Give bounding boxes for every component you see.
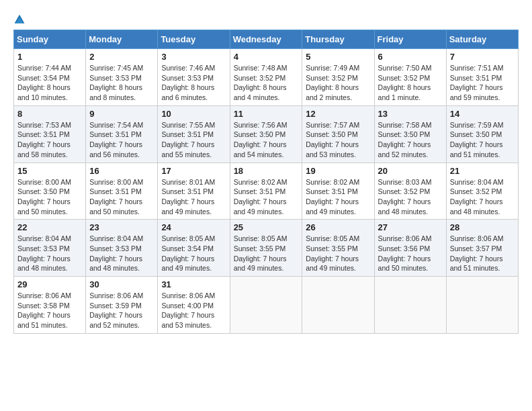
logo-icon <box>13 13 26 26</box>
calendar-header-cell: Sunday <box>14 30 86 49</box>
calendar-day-cell: 22 Sunrise: 8:04 AMSunset: 3:53 PMDaylig… <box>14 220 86 277</box>
day-number: 7 <box>450 52 515 62</box>
page-header <box>13 13 519 26</box>
day-number: 18 <box>234 166 299 176</box>
day-detail: Sunrise: 8:06 AMSunset: 3:59 PMDaylight:… <box>89 291 143 329</box>
calendar-week-row: 22 Sunrise: 8:04 AMSunset: 3:53 PMDaylig… <box>14 220 519 277</box>
day-detail: Sunrise: 7:57 AMSunset: 3:50 PMDaylight:… <box>306 121 359 158</box>
day-number: 28 <box>450 222 515 232</box>
day-detail: Sunrise: 8:03 AMSunset: 3:52 PMDaylight:… <box>378 178 432 216</box>
day-detail: Sunrise: 8:05 AMSunset: 3:55 PMDaylight:… <box>234 234 287 272</box>
day-detail: Sunrise: 7:55 AMSunset: 3:51 PMDaylight:… <box>161 121 215 158</box>
calendar-body: 1 Sunrise: 7:44 AMSunset: 3:54 PMDayligh… <box>14 49 519 334</box>
day-detail: Sunrise: 7:54 AMSunset: 3:51 PMDaylight:… <box>89 121 143 158</box>
day-number: 2 <box>89 52 154 62</box>
calendar-day-cell: 1 Sunrise: 7:44 AMSunset: 3:54 PMDayligh… <box>14 49 86 106</box>
day-detail: Sunrise: 7:48 AMSunset: 3:52 PMDaylight:… <box>234 64 287 101</box>
day-detail: Sunrise: 8:04 AMSunset: 3:53 PMDaylight:… <box>17 234 71 272</box>
calendar-day-cell: 17 Sunrise: 8:01 AMSunset: 3:51 PMDaylig… <box>158 163 230 220</box>
calendar-day-cell: 4 Sunrise: 7:48 AMSunset: 3:52 PMDayligh… <box>230 49 302 106</box>
calendar-header-cell: Wednesday <box>230 30 302 49</box>
day-number: 20 <box>378 166 443 176</box>
calendar-day-cell: 13 Sunrise: 7:58 AMSunset: 3:50 PMDaylig… <box>374 105 446 163</box>
day-number: 21 <box>450 166 515 176</box>
calendar-day-cell <box>230 277 302 334</box>
day-detail: Sunrise: 7:50 AMSunset: 3:52 PMDaylight:… <box>378 64 432 101</box>
calendar-day-cell: 10 Sunrise: 7:55 AMSunset: 3:51 PMDaylig… <box>158 105 230 163</box>
day-detail: Sunrise: 8:04 AMSunset: 3:53 PMDaylight:… <box>89 234 143 272</box>
calendar-day-cell: 15 Sunrise: 8:00 AMSunset: 3:50 PMDaylig… <box>14 163 86 220</box>
day-number: 14 <box>450 109 515 119</box>
day-number: 13 <box>378 109 443 119</box>
day-detail: Sunrise: 8:00 AMSunset: 3:51 PMDaylight:… <box>89 178 143 216</box>
day-detail: Sunrise: 7:44 AMSunset: 3:54 PMDaylight:… <box>17 64 71 101</box>
calendar-day-cell: 20 Sunrise: 8:03 AMSunset: 3:52 PMDaylig… <box>374 163 446 220</box>
calendar-day-cell: 21 Sunrise: 8:04 AMSunset: 3:52 PMDaylig… <box>446 163 518 220</box>
calendar-day-cell: 30 Sunrise: 8:06 AMSunset: 3:59 PMDaylig… <box>86 277 158 334</box>
calendar-day-cell: 3 Sunrise: 7:46 AMSunset: 3:53 PMDayligh… <box>158 49 230 106</box>
day-detail: Sunrise: 8:06 AMSunset: 3:56 PMDaylight:… <box>378 234 432 272</box>
day-number: 23 <box>89 222 154 232</box>
calendar-day-cell <box>374 277 446 334</box>
day-number: 8 <box>17 109 82 119</box>
day-number: 11 <box>234 109 299 119</box>
day-detail: Sunrise: 7:58 AMSunset: 3:50 PMDaylight:… <box>378 121 432 158</box>
day-detail: Sunrise: 7:51 AMSunset: 3:51 PMDaylight:… <box>450 64 504 101</box>
day-number: 6 <box>378 52 443 62</box>
calendar-day-cell: 5 Sunrise: 7:49 AMSunset: 3:52 PMDayligh… <box>302 49 374 106</box>
calendar-day-cell: 8 Sunrise: 7:53 AMSunset: 3:51 PMDayligh… <box>14 105 86 163</box>
day-number: 31 <box>161 279 226 289</box>
calendar-day-cell: 11 Sunrise: 7:56 AMSunset: 3:50 PMDaylig… <box>230 105 302 163</box>
logo <box>13 13 28 26</box>
calendar-day-cell: 16 Sunrise: 8:00 AMSunset: 3:51 PMDaylig… <box>86 163 158 220</box>
day-number: 26 <box>306 222 370 232</box>
calendar-day-cell: 31 Sunrise: 8:06 AMSunset: 4:00 PMDaylig… <box>158 277 230 334</box>
day-detail: Sunrise: 8:05 AMSunset: 3:54 PMDaylight:… <box>161 234 215 272</box>
day-number: 30 <box>89 279 154 289</box>
calendar-week-row: 1 Sunrise: 7:44 AMSunset: 3:54 PMDayligh… <box>14 49 519 106</box>
calendar-day-cell: 19 Sunrise: 8:02 AMSunset: 3:51 PMDaylig… <box>302 163 374 220</box>
calendar-day-cell: 28 Sunrise: 8:06 AMSunset: 3:57 PMDaylig… <box>446 220 518 277</box>
day-detail: Sunrise: 8:06 AMSunset: 4:00 PMDaylight:… <box>161 291 215 329</box>
calendar-day-cell <box>446 277 518 334</box>
calendar-header-cell: Friday <box>374 30 446 49</box>
calendar-table: SundayMondayTuesdayWednesdayThursdayFrid… <box>13 30 519 334</box>
day-number: 19 <box>306 166 370 176</box>
calendar-day-cell: 29 Sunrise: 8:06 AMSunset: 3:58 PMDaylig… <box>14 277 86 334</box>
day-number: 29 <box>17 279 82 289</box>
calendar-header-cell: Monday <box>86 30 158 49</box>
day-number: 9 <box>89 109 154 119</box>
calendar-day-cell: 6 Sunrise: 7:50 AMSunset: 3:52 PMDayligh… <box>374 49 446 106</box>
day-detail: Sunrise: 7:49 AMSunset: 3:52 PMDaylight:… <box>306 64 359 101</box>
day-number: 12 <box>306 109 370 119</box>
calendar-day-cell: 14 Sunrise: 7:59 AMSunset: 3:50 PMDaylig… <box>446 105 518 163</box>
calendar-day-cell: 12 Sunrise: 7:57 AMSunset: 3:50 PMDaylig… <box>302 105 374 163</box>
day-detail: Sunrise: 8:05 AMSunset: 3:55 PMDaylight:… <box>306 234 359 272</box>
calendar-day-cell: 26 Sunrise: 8:05 AMSunset: 3:55 PMDaylig… <box>302 220 374 277</box>
calendar-day-cell: 2 Sunrise: 7:45 AMSunset: 3:53 PMDayligh… <box>86 49 158 106</box>
calendar-day-cell: 9 Sunrise: 7:54 AMSunset: 3:51 PMDayligh… <box>86 105 158 163</box>
day-detail: Sunrise: 8:02 AMSunset: 3:51 PMDaylight:… <box>306 178 359 216</box>
day-number: 1 <box>17 52 82 62</box>
day-number: 3 <box>161 52 226 62</box>
calendar-day-cell: 18 Sunrise: 8:02 AMSunset: 3:51 PMDaylig… <box>230 163 302 220</box>
calendar-header-cell: Saturday <box>446 30 518 49</box>
calendar-day-cell: 23 Sunrise: 8:04 AMSunset: 3:53 PMDaylig… <box>86 220 158 277</box>
day-number: 15 <box>17 166 82 176</box>
day-number: 16 <box>89 166 154 176</box>
day-detail: Sunrise: 7:56 AMSunset: 3:50 PMDaylight:… <box>234 121 287 158</box>
calendar-week-row: 8 Sunrise: 7:53 AMSunset: 3:51 PMDayligh… <box>14 105 519 163</box>
calendar-week-row: 29 Sunrise: 8:06 AMSunset: 3:58 PMDaylig… <box>14 277 519 334</box>
day-detail: Sunrise: 8:06 AMSunset: 3:58 PMDaylight:… <box>17 291 71 329</box>
calendar-day-cell: 24 Sunrise: 8:05 AMSunset: 3:54 PMDaylig… <box>158 220 230 277</box>
day-detail: Sunrise: 8:00 AMSunset: 3:50 PMDaylight:… <box>17 178 71 216</box>
day-number: 27 <box>378 222 443 232</box>
day-detail: Sunrise: 7:45 AMSunset: 3:53 PMDaylight:… <box>89 64 143 101</box>
day-number: 4 <box>234 52 299 62</box>
day-detail: Sunrise: 7:46 AMSunset: 3:53 PMDaylight:… <box>161 64 215 101</box>
calendar-week-row: 15 Sunrise: 8:00 AMSunset: 3:50 PMDaylig… <box>14 163 519 220</box>
day-detail: Sunrise: 8:01 AMSunset: 3:51 PMDaylight:… <box>161 178 215 216</box>
calendar-header-cell: Thursday <box>302 30 374 49</box>
day-detail: Sunrise: 7:53 AMSunset: 3:51 PMDaylight:… <box>17 121 71 158</box>
day-number: 17 <box>161 166 226 176</box>
